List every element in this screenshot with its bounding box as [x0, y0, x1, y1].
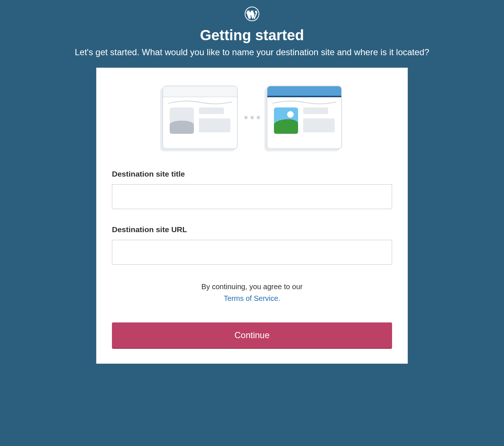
tos-text: By continuing, you agree to our Terms of… — [112, 281, 392, 304]
site-title-input[interactable] — [112, 184, 392, 209]
page-title: Getting started — [200, 27, 304, 44]
destination-site-illustration — [267, 86, 342, 149]
continue-button[interactable]: Continue — [112, 322, 392, 348]
page-subtitle: Let's get started. What would you like t… — [75, 47, 429, 57]
tos-link[interactable]: Terms of Service. — [224, 294, 280, 302]
source-site-illustration — [162, 86, 238, 149]
site-url-input[interactable] — [112, 240, 392, 265]
site-url-label: Destination site URL — [112, 225, 392, 234]
tos-prefix: By continuing, you agree to our — [202, 283, 303, 291]
transfer-dots-icon — [244, 116, 260, 119]
wordpress-logo-icon — [245, 7, 259, 23]
onboarding-card: Destination site title Destination site … — [96, 68, 408, 364]
site-title-label: Destination site title — [112, 170, 392, 178]
migration-illustration — [112, 86, 392, 149]
